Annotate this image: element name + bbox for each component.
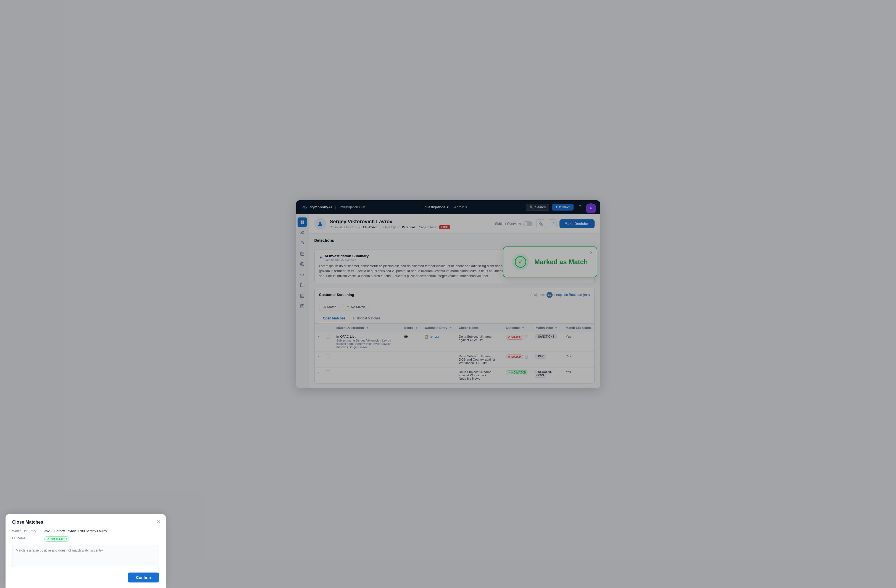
modal-title: Close Matches — [12, 520, 159, 525]
modal-watchlist-label: Watch List Entry — [12, 529, 40, 533]
modal-close-button[interactable]: ✕ — [157, 519, 161, 525]
modal-overlay: Close Matches ✕ Watch List Entry 35233 S… — [0, 0, 896, 588]
modal-footer: Confirm — [12, 573, 159, 582]
modal-outcome-label: Outcome — [12, 536, 40, 540]
close-matches-modal: Close Matches ✕ Watch List Entry 35233 S… — [6, 514, 166, 588]
modal-comment-textarea[interactable] — [12, 545, 159, 567]
modal-field-outcome: Outcome ✓ NO MATCH — [12, 536, 159, 542]
modal-outcome-value: ✓ NO MATCH — [44, 536, 69, 542]
confirm-button[interactable]: Confirm — [128, 573, 159, 582]
modal-field-watchlist: Watch List Entry 35233 Sergey Lavrov, 17… — [12, 529, 159, 533]
modal-watchlist-value: 35233 Sergey Lavrov, 1780 Sergey Lavrov — [44, 529, 107, 533]
